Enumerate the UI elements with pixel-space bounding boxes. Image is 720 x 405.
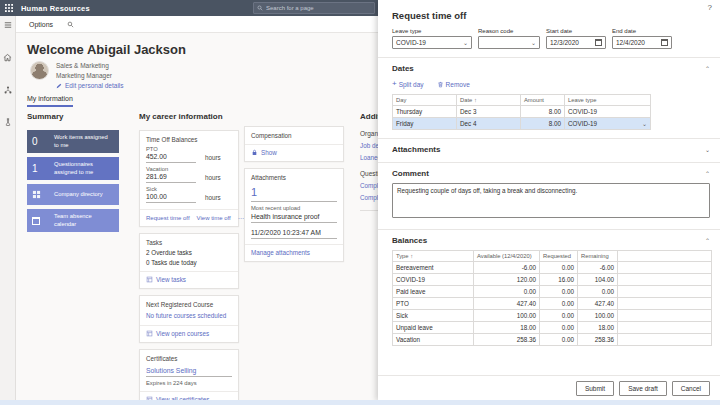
chevron-down-icon: ⌄ — [463, 40, 468, 46]
calendar-icon — [661, 39, 668, 46]
view-open-courses-link[interactable]: View open courses — [140, 325, 238, 338]
career-heading: My career information — [139, 112, 239, 121]
time-off-balances-card: Time Off Balances PTO 452.00hours Vacati… — [139, 130, 239, 227]
home-icon[interactable] — [3, 53, 12, 62]
form-icon — [146, 276, 153, 283]
dates-table-row-selected[interactable]: Friday Dec 4 8.00 COVID-19⌄ — [393, 118, 651, 130]
more-options-icon[interactable]: ⋯ — [238, 214, 244, 221]
remove-button[interactable]: Remove — [437, 81, 470, 88]
overdue-tasks: 2 Overdue tasks — [146, 249, 232, 256]
chevron-up-icon: ⌃ — [705, 238, 710, 244]
profile-department: Sales & Marketing — [56, 62, 109, 69]
balances-col-requested[interactable]: Requested — [540, 251, 578, 262]
form-icon — [146, 330, 153, 337]
attachments-card: Attachments 1 Most recent upload Health … — [244, 168, 344, 262]
certificate-link[interactable]: Solutions Selling — [146, 365, 232, 377]
start-date-field: Start date 12/3/2020 — [546, 28, 606, 49]
panel-title: Request time off — [392, 10, 706, 21]
tile-questionnaires[interactable]: 1 Questionnaires assigned to me — [27, 157, 119, 180]
calendar-icon — [595, 39, 602, 46]
balances-col-available[interactable]: Available (12/4/2020) — [474, 251, 540, 262]
trash-icon — [437, 81, 444, 88]
page-title: Welcome Abigail Jackson — [27, 42, 186, 57]
balances-row[interactable]: PTO427.400.00427.40 — [393, 298, 712, 310]
balances-section-header[interactable]: Balances ⌃ — [378, 230, 720, 245]
sort-ascending-icon: ↑ — [474, 97, 477, 103]
avatar[interactable] — [30, 61, 49, 80]
app-launcher-waffle-icon[interactable] — [5, 4, 13, 12]
tile-company-directory[interactable]: Company directory — [27, 184, 119, 205]
balances-row[interactable]: COVID-19120.0016.00104.00 — [393, 274, 712, 286]
dates-col-day[interactable]: Day — [393, 95, 457, 106]
end-date-field: End date 12/4/2020 — [612, 28, 672, 49]
summary-heading: Summary — [27, 112, 119, 121]
beaker-icon[interactable] — [4, 118, 12, 126]
attachments-count: 1 — [251, 184, 337, 202]
comment-input[interactable]: Requesting couple of days off, taking a … — [392, 183, 710, 218]
show-compensation-link[interactable]: Show — [245, 144, 343, 157]
chevron-down-icon: ⌄ — [531, 40, 536, 46]
view-time-off-link[interactable]: View time off — [197, 215, 231, 221]
tasks-due-today: 0 Tasks due today — [146, 259, 232, 266]
page-search-box[interactable] — [253, 2, 375, 14]
help-icon[interactable]: ? — [708, 3, 712, 12]
lock-icon — [251, 149, 258, 156]
balances-row[interactable]: Paid leave0.000.000.00 — [393, 286, 712, 298]
view-tasks-link[interactable]: View tasks — [140, 271, 238, 284]
save-draft-button[interactable]: Save draft — [619, 381, 667, 396]
reason-code-select[interactable]: ⌄ — [478, 36, 540, 49]
tile-team-absence-calendar[interactable]: Team absence calendar — [27, 209, 119, 232]
org-chart-icon[interactable] — [4, 86, 12, 94]
manage-attachments-link[interactable]: Manage attachments — [245, 244, 343, 257]
attachments-section-header[interactable]: Attachments ⌄ — [378, 139, 720, 154]
plus-icon: + — [392, 80, 397, 88]
edit-personal-details-link[interactable]: Edit personal details — [56, 82, 124, 89]
leave-type-field: Leave type COVID-19 ⌄ — [392, 28, 472, 49]
course-status[interactable]: No future courses scheduled — [146, 312, 232, 319]
balances-row[interactable]: Unpaid leave18.000.0018.00 — [393, 322, 712, 334]
split-day-button[interactable]: + Split day — [392, 80, 424, 88]
recent-upload-timestamp: 11/2/2020 10:23:47 AM — [251, 227, 337, 239]
dates-col-amount[interactable]: Amount — [521, 95, 565, 106]
chevron-down-icon: ⌄ — [705, 147, 710, 153]
balances-col-remaining[interactable]: Remaining — [578, 251, 618, 262]
summary-section: Summary 0 Work items assigned to me 1 Qu… — [27, 112, 119, 236]
recent-upload-name: Health insurance proof — [251, 211, 337, 223]
app-root: Human Resources Options Welcome Abigail … — [0, 0, 720, 405]
balances-table: Type ↑ Available (12/4/2020) Requested R… — [392, 250, 712, 346]
tile-work-items[interactable]: 0 Work items assigned to me — [27, 130, 119, 153]
dates-col-leave-type[interactable]: Leave type — [565, 95, 651, 106]
bottom-scrollbar-track[interactable] — [0, 400, 720, 405]
submit-button[interactable]: Submit — [576, 381, 614, 396]
dates-table-row[interactable]: Thursday Dec 3 8.00 COVID-19 — [393, 106, 651, 118]
work-items-count: 0 — [32, 136, 54, 147]
sort-ascending-icon: ↑ — [410, 253, 413, 259]
request-time-off-panel: ? Request time off Leave type COVID-19 ⌄… — [378, 0, 720, 401]
comment-section-header[interactable]: Comment ⌃ — [378, 163, 720, 178]
leave-type-select[interactable]: COVID-19 ⌄ — [392, 36, 472, 49]
balances-col-type[interactable]: Type ↑ — [393, 251, 474, 262]
cancel-button[interactable]: Cancel — [672, 381, 710, 396]
panel-footer: Submit Save draft Cancel — [378, 375, 720, 401]
hamburger-menu-icon[interactable] — [4, 21, 12, 29]
people-grid-icon — [32, 190, 54, 199]
dates-section-header[interactable]: Dates ⌃ — [378, 58, 720, 73]
profile-job-title: Marketing Manager — [56, 72, 112, 79]
request-form-fields: Leave type COVID-19 ⌄ Reason code ⌄ Star… — [392, 28, 706, 49]
balances-row[interactable]: Bereavement-6.000.00-6.00 — [393, 262, 712, 274]
pto-balance: 452.00 — [146, 152, 196, 163]
balances-row[interactable]: Vacation258.360.00258.36 — [393, 334, 712, 346]
balances-row[interactable]: Sick100.000.00100.00 — [393, 310, 712, 322]
tasks-card: Tasks 2 Overdue tasks 0 Tasks due today … — [139, 233, 239, 289]
dates-col-date[interactable]: Date ↑ — [457, 95, 521, 106]
reason-code-field: Reason code ⌄ — [478, 28, 540, 49]
search-input[interactable] — [266, 5, 371, 11]
request-time-off-link[interactable]: Request time off — [146, 215, 190, 221]
options-menu-button[interactable]: Options — [29, 21, 53, 28]
dates-table: Day Date ↑ Amount Leave type Thursday De… — [392, 94, 651, 130]
tab-my-information[interactable]: My information — [27, 95, 73, 107]
command-search-icon[interactable] — [67, 21, 74, 28]
chevron-up-icon: ⌃ — [705, 66, 710, 72]
end-date-input[interactable]: 12/4/2020 — [612, 36, 672, 49]
start-date-input[interactable]: 12/3/2020 — [546, 36, 606, 49]
